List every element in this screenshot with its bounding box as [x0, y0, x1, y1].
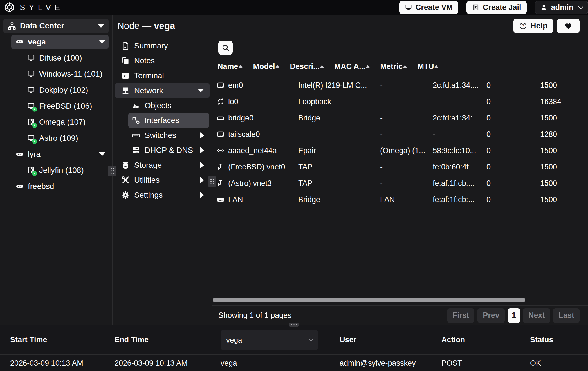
bridge-icon [217, 196, 225, 204]
cell-description: LAN [376, 195, 428, 204]
nav-item[interactable]: Terminal [113, 68, 212, 83]
tree-item-label: freebsd [28, 182, 54, 191]
cell-mac: 2c:fd:a1:34:... [428, 114, 482, 122]
sidebar-tree-item[interactable]: lyra [0, 146, 112, 162]
column-label: MAC A... [335, 62, 365, 71]
cell-model: Bridge [294, 114, 376, 122]
nav-resize-handle[interactable] [208, 176, 216, 187]
cell-mac: fe:af:1f:cb:... [428, 179, 482, 188]
table-row[interactable]: lo0 Loopback - - 0 16384 [212, 93, 588, 110]
column-label: Name [217, 62, 238, 71]
sidebar-tree-item[interactable]: freebsd [0, 178, 112, 194]
search-button[interactable] [218, 41, 233, 55]
last-page-button[interactable]: Last [553, 308, 580, 323]
table-row[interactable]: (FreeBSD) vnet0 TAP - fe:0b:60:4f... 0 1… [212, 159, 588, 175]
nav-item[interactable]: Network [115, 83, 210, 98]
column-label: Metric [380, 62, 403, 71]
jail-icon [472, 4, 479, 11]
nav-item[interactable]: DHCP & DNS [113, 143, 212, 158]
sidebar-tree: vega Difuse (100) [0, 34, 112, 194]
nav-item[interactable]: Settings [113, 187, 212, 202]
search-icon [221, 44, 230, 52]
create-vm-button[interactable]: Create VM [399, 1, 458, 14]
cell-metric: 0 [482, 114, 536, 122]
node-filter-select[interactable]: vega [221, 330, 318, 350]
sidebar-tree-item[interactable]: Omega (107) [0, 114, 112, 130]
cell-description: - [376, 81, 428, 90]
user-menu-button[interactable]: admin [535, 1, 588, 14]
nav-item[interactable]: Interfaces [128, 113, 209, 128]
heart-icon [564, 22, 572, 30]
table-row[interactable]: tailscale0 - - 0 1280 [212, 126, 588, 142]
tree-item-label: FreeBSD (106) [39, 102, 92, 111]
cell-name: em0 [228, 81, 243, 90]
running-play-badge [32, 106, 37, 112]
sidebar-tree-item[interactable]: Difuse (100) [0, 50, 112, 66]
table-row[interactable]: bridge0 Bridge - 2c:fd:a1:34:... 0 1500 [212, 110, 588, 126]
cell-name: (FreeBSD) vnet0 [228, 163, 285, 171]
column-header[interactable]: MAC A... [329, 59, 375, 74]
cell-model: Loopback [294, 97, 376, 106]
scrollbar-thumb[interactable] [213, 298, 525, 302]
sidebar-tree-item[interactable]: Jellyfin (108) [0, 162, 112, 178]
column-label: MTU [418, 62, 434, 71]
nav-item[interactable]: Summary [113, 38, 212, 53]
page-title-prefix: Node — [117, 21, 154, 31]
column-header[interactable]: Descri... [285, 59, 329, 74]
current-page-button[interactable]: 1 [508, 308, 520, 323]
table-row[interactable]: aaaed_net44a Epair (Omega) (1... 58:9c:f… [212, 142, 588, 159]
col-start-time: Start Time [10, 325, 47, 354]
audit-row[interactable]: 2026-03-09 10:13 AM 2026-03-09 10:13 AM … [0, 355, 588, 371]
column-header[interactable]: Model [248, 59, 285, 74]
audit-user: admin@sylve-passkey [340, 359, 416, 367]
sidebar-tree-item[interactable]: Windows-11 (101) [0, 66, 112, 82]
column-label: Descri... [290, 62, 320, 71]
create-jail-button[interactable]: Create Jail [466, 1, 527, 14]
monitor-icon [27, 70, 35, 78]
table-row[interactable]: (Astro) vnet3 TAP - fe:af:1f:cb:... 0 15… [212, 175, 588, 191]
audit-panel-resize-handle[interactable] [289, 323, 299, 327]
switch-icon [132, 131, 140, 140]
table-toolbar [212, 37, 588, 59]
nav-item[interactable]: Storage [113, 158, 212, 173]
page-title-node: vega [154, 21, 175, 31]
nav-item[interactable]: Switches [113, 128, 212, 143]
storage-icon [121, 161, 130, 169]
help-button[interactable]: ? Help [513, 19, 553, 33]
sidebar: Data Center vega Dif [0, 15, 113, 325]
nav-item-label: Notes [134, 56, 155, 65]
table-row[interactable]: LAN Bridge LAN fe:af:1f:cb:... 0 1500 [212, 191, 588, 208]
cell-mtu: 16384 [536, 97, 588, 106]
sidebar-item-datacenter[interactable]: Data Center [3, 19, 109, 33]
nav-item[interactable]: Notes [113, 53, 212, 68]
cell-description: - [376, 97, 428, 106]
nav-item-label: Storage [134, 161, 162, 170]
network-icon [121, 86, 130, 95]
nav-item-label: Switches [145, 131, 176, 140]
sort-asc-icon [434, 65, 439, 68]
pagination-summary: Showing 1 of 1 pages [218, 311, 291, 320]
column-header[interactable]: Metric [375, 59, 412, 74]
sidebar-tree-item[interactable]: FreeBSD (106) [0, 98, 112, 114]
nav-item[interactable]: Utilities [113, 173, 212, 187]
cell-mtu: 1500 [536, 163, 588, 171]
first-page-button[interactable]: First [447, 308, 475, 323]
next-page-button[interactable]: Next [523, 308, 550, 323]
cell-model: TAP [294, 179, 376, 188]
table-row[interactable]: em0 Intel(R) I219-LM C... - 2c:fd:a1:34:… [212, 77, 588, 93]
favorite-button[interactable] [557, 19, 580, 33]
cell-mac: - [428, 97, 482, 106]
sidebar-tree-item[interactable]: Astro (109) [0, 130, 112, 146]
sidebar-resize-handle[interactable] [108, 166, 116, 176]
svg-text:?: ? [522, 24, 524, 28]
user-name: admin [551, 3, 573, 12]
cell-metric: 0 [482, 163, 536, 171]
nav-item[interactable]: Objects [113, 98, 212, 113]
sidebar-tree-item[interactable]: vega [0, 34, 112, 50]
sidebar-tree-item[interactable]: Dokploy (102) [0, 82, 112, 98]
column-header[interactable]: Name [212, 59, 248, 74]
column-header[interactable]: MTU [412, 59, 443, 74]
cell-name: bridge0 [228, 114, 253, 122]
chevron-right-icon [200, 132, 204, 138]
prev-page-button[interactable]: Prev [477, 308, 505, 323]
